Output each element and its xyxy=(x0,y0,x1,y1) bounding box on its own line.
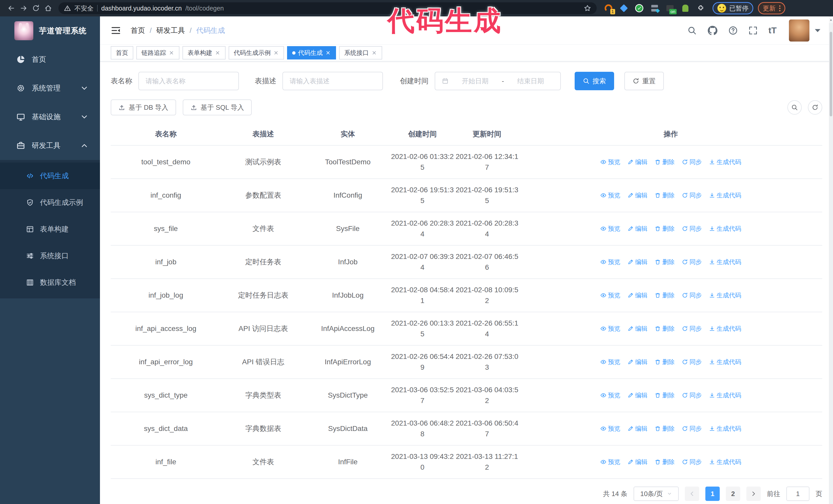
fullscreen-icon[interactable] xyxy=(748,26,758,35)
date-range-picker[interactable]: 开始日期 - 结束日期 xyxy=(435,72,561,90)
github-icon[interactable] xyxy=(708,25,718,35)
extension-icon[interactable] xyxy=(681,4,690,13)
action-sync-link[interactable]: 同步 xyxy=(682,324,702,333)
extension-icon[interactable]: 1 xyxy=(604,4,613,13)
action-download-link[interactable]: 生成代码 xyxy=(709,457,741,466)
sidebar-item-codegen[interactable]: 代码生成 xyxy=(0,163,100,189)
browser-reload-icon[interactable] xyxy=(30,2,42,14)
action-download-link[interactable]: 生成代码 xyxy=(709,324,741,333)
action-edit-link[interactable]: 编辑 xyxy=(627,357,647,367)
breadcrumb-home[interactable]: 首页 xyxy=(131,26,145,35)
page-button-2[interactable]: 2 xyxy=(726,486,740,501)
action-eye-link[interactable]: 预览 xyxy=(600,291,620,300)
sidebar-item-devtools[interactable]: 研发工具 xyxy=(0,131,100,160)
action-delete-link[interactable]: 删除 xyxy=(654,424,674,433)
action-eye-link[interactable]: 预览 xyxy=(600,257,620,267)
browser-forward-icon[interactable] xyxy=(18,2,30,14)
breadcrumb-devtools[interactable]: 研发工具 xyxy=(156,26,185,35)
action-download-link[interactable]: 生成代码 xyxy=(709,158,741,167)
address-bar[interactable]: 不安全 dashboard.yudao.iocoder.cn /tool/cod… xyxy=(58,2,597,14)
browser-update-button[interactable]: 更新 xyxy=(758,2,785,14)
action-download-link[interactable]: 生成代码 xyxy=(709,224,741,233)
action-sync-link[interactable]: 同步 xyxy=(682,357,702,367)
action-eye-link[interactable]: 预览 xyxy=(600,391,620,400)
action-delete-link[interactable]: 删除 xyxy=(654,257,674,267)
action-delete-link[interactable]: 删除 xyxy=(654,291,674,300)
action-eye-link[interactable]: 预览 xyxy=(600,457,620,466)
reset-button[interactable]: 重置 xyxy=(624,72,664,90)
action-sync-link[interactable]: 同步 xyxy=(682,257,702,267)
action-edit-link[interactable]: 编辑 xyxy=(627,224,647,233)
bookmark-star-icon[interactable] xyxy=(584,5,591,12)
sidebar-item-db-doc[interactable]: 数据库文档 xyxy=(0,269,100,296)
action-edit-link[interactable]: 编辑 xyxy=(627,191,647,200)
page-button-1[interactable]: 1 xyxy=(705,486,720,501)
goto-page-input[interactable]: 1 xyxy=(786,486,809,501)
tab-close-icon[interactable] xyxy=(372,50,377,56)
action-delete-link[interactable]: 删除 xyxy=(654,324,674,333)
table-desc-input[interactable]: 请输入表描述 xyxy=(282,72,383,90)
action-edit-link[interactable]: 编辑 xyxy=(627,324,647,333)
extensions-puzzle-icon[interactable] xyxy=(696,4,705,13)
action-download-link[interactable]: 生成代码 xyxy=(709,191,741,200)
avatar[interactable] xyxy=(789,20,809,42)
action-edit-link[interactable]: 编辑 xyxy=(627,158,647,167)
help-icon[interactable] xyxy=(729,26,738,35)
tab-home[interactable]: 首页 xyxy=(111,46,133,59)
action-eye-link[interactable]: 预览 xyxy=(600,158,620,167)
import-db-button[interactable]: 基于 DB 导入 xyxy=(111,99,176,115)
prev-page-button[interactable] xyxy=(685,486,699,501)
page-scrollbar[interactable]: ▲ xyxy=(829,17,833,504)
scrollbar-thumb[interactable] xyxy=(830,32,832,116)
action-sync-link[interactable]: 同步 xyxy=(682,191,702,200)
tab-close-icon[interactable] xyxy=(325,50,331,56)
action-delete-link[interactable]: 删除 xyxy=(654,391,674,400)
tab-close-icon[interactable] xyxy=(215,50,220,56)
tab-form-builder[interactable]: 表单构建 xyxy=(183,46,225,59)
tab-close-icon[interactable] xyxy=(169,50,174,56)
toggle-search-button[interactable] xyxy=(787,100,802,115)
sidebar-item-infra[interactable]: 基础设施 xyxy=(0,102,100,131)
search-icon[interactable] xyxy=(687,26,697,35)
action-sync-link[interactable]: 同步 xyxy=(682,424,702,433)
sidebar-item-system[interactable]: 系统管理 xyxy=(0,74,100,102)
hamburger-icon[interactable] xyxy=(111,25,121,35)
browser-home-icon[interactable] xyxy=(42,2,54,14)
table-name-input[interactable]: 请输入表名称 xyxy=(138,72,239,90)
tab-system-api[interactable]: 系统接口 xyxy=(339,46,382,59)
action-eye-link[interactable]: 预览 xyxy=(600,224,620,233)
extension-icon[interactable] xyxy=(650,4,659,13)
extension-icon[interactable]: on xyxy=(665,4,674,13)
sidebar-item-codegen-demo[interactable]: 代码生成示例 xyxy=(0,189,100,216)
action-delete-link[interactable]: 删除 xyxy=(654,224,674,233)
action-download-link[interactable]: 生成代码 xyxy=(709,257,741,267)
action-sync-link[interactable]: 同步 xyxy=(682,457,702,466)
tab-codegen[interactable]: 代码生成 xyxy=(287,46,336,59)
refresh-table-button[interactable] xyxy=(808,100,822,115)
tab-close-icon[interactable] xyxy=(273,50,279,56)
browser-menu-dots-icon[interactable] xyxy=(779,5,781,11)
app-logo-row[interactable]: 芋道管理系统 xyxy=(0,17,100,45)
action-download-link[interactable]: 生成代码 xyxy=(709,424,741,433)
action-download-link[interactable]: 生成代码 xyxy=(709,391,741,400)
search-button[interactable]: 搜索 xyxy=(575,72,614,90)
browser-back-icon[interactable] xyxy=(5,2,18,14)
scrollbar-up-arrow[interactable]: ▲ xyxy=(829,17,833,23)
extension-icon[interactable] xyxy=(619,4,628,13)
extension-icon[interactable]: ✓ xyxy=(635,4,644,13)
action-edit-link[interactable]: 编辑 xyxy=(627,424,647,433)
page-size-select[interactable]: 10条/页 xyxy=(634,486,679,501)
action-download-link[interactable]: 生成代码 xyxy=(709,357,741,367)
action-sync-link[interactable]: 同步 xyxy=(682,291,702,300)
tab-codegen-demo[interactable]: 代码生成示例 xyxy=(229,46,284,59)
next-page-button[interactable] xyxy=(746,486,761,501)
tab-tracing[interactable]: 链路追踪 xyxy=(136,46,180,59)
user-menu[interactable] xyxy=(789,20,822,42)
action-edit-link[interactable]: 编辑 xyxy=(627,391,647,400)
action-delete-link[interactable]: 删除 xyxy=(654,158,674,167)
import-sql-button[interactable]: 基于 SQL 导入 xyxy=(183,99,252,115)
action-download-link[interactable]: 生成代码 xyxy=(709,291,741,300)
action-delete-link[interactable]: 删除 xyxy=(654,191,674,200)
action-sync-link[interactable]: 同步 xyxy=(682,224,702,233)
action-edit-link[interactable]: 编辑 xyxy=(627,257,647,267)
